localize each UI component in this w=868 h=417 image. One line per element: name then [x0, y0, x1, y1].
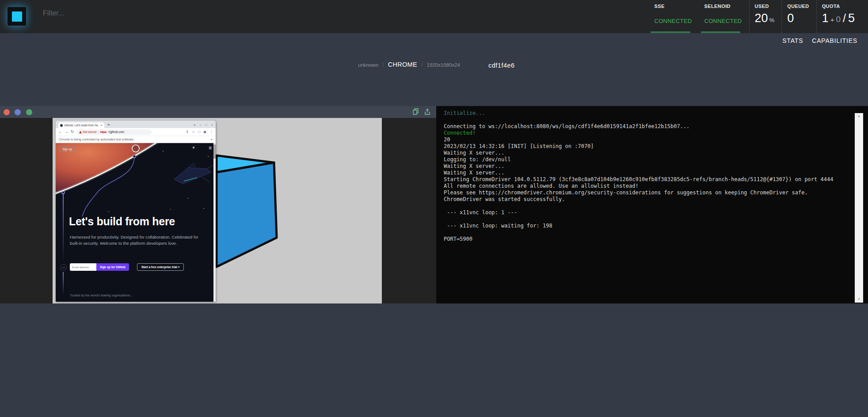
scroll-up-icon[interactable]: ▲	[857, 114, 861, 118]
copy-icon[interactable]	[413, 108, 419, 115]
hero-footer-note: Trusted by the world's leading organizat…	[70, 294, 133, 297]
browser-tabstrip: GitHub: Let's build from he... × + ∨ – □…	[56, 121, 216, 128]
tab-close-icon[interactable]: ×	[100, 124, 103, 127]
session-separator: /	[421, 61, 423, 68]
session-id[interactable]: cdf1f4e6	[488, 62, 515, 69]
log-line	[444, 117, 833, 123]
share-icon[interactable]: ↥	[186, 130, 189, 134]
warning-icon	[79, 131, 82, 133]
remote-browser-window[interactable]: GitHub: Let's build from he... × + ∨ – □…	[56, 121, 216, 302]
automation-infobar: Chrome is being controlled by automated …	[56, 136, 216, 143]
stat-queued: QUEUED 0	[781, 0, 816, 33]
hamburger-menu-icon[interactable]: ≡	[209, 145, 212, 151]
stat-used-label: USED	[755, 4, 775, 9]
url-divider: |	[98, 130, 99, 133]
new-tab-button[interactable]: +	[107, 123, 110, 127]
log-scrollbar[interactable]: ▲ ▼	[855, 113, 863, 303]
stat-selenoid-label: SELENOID	[704, 4, 742, 9]
tab-stats[interactable]: STATS	[782, 37, 803, 44]
automation-notice: Chrome is being controlled by automated …	[59, 138, 134, 141]
kebab-menu-icon[interactable]: ⋮	[209, 130, 213, 134]
profile-icon[interactable]: ◉	[203, 130, 206, 134]
signup-cta-button[interactable]: Sign up for GitHub	[96, 263, 129, 271]
log-lines: Initialize... Connecting to ws://localho…	[444, 110, 833, 243]
stat-quota-slash: /	[843, 12, 846, 25]
app-logo[interactable]	[7, 7, 27, 26]
log-line: --- x11vnc loop: waiting for: 198	[444, 223, 833, 229]
hero-heading: Let's build from here	[69, 215, 175, 228]
forward-icon[interactable]: →	[65, 130, 69, 134]
browser-toolbar: ← → ↻ Not secure | https ://github.com ↥…	[56, 128, 216, 136]
stat-quota-pending: 0	[836, 15, 841, 24]
github-hero: Sign up ≡ <> Let's build from here Harne…	[56, 143, 216, 302]
infobar-close-icon[interactable]: ×	[210, 137, 213, 141]
browser-scrollbar[interactable]	[213, 143, 216, 302]
window-menu-icon[interactable]: ∨	[194, 123, 196, 126]
reload-icon[interactable]: ↻	[71, 130, 74, 134]
window-maximize-icon[interactable]: □	[206, 123, 207, 126]
session-browser: CHROME	[388, 61, 417, 68]
nav-tabs: STATS CAPABILITIES	[782, 37, 857, 44]
app-logo-square	[12, 11, 22, 22]
spaceship-art	[174, 163, 213, 184]
url-text: ://github.com	[108, 130, 124, 133]
code-icon: <>	[60, 264, 67, 271]
stat-quota-used: 1	[822, 11, 829, 25]
filter-input[interactable]	[42, 9, 185, 18]
top-bar: SSE CONNECTED SELENOID CONNECTED USED 20…	[0, 0, 868, 33]
tab-capabilities[interactable]: CAPABILITIES	[812, 37, 857, 44]
status-stats-row: SSE CONNECTED SELENOID CONNECTED USED 20…	[649, 0, 862, 33]
log-line: Logging to: /dev/null	[444, 156, 833, 163]
log-line: Starting ChromeDriver 104.0.5112.79 (3cf…	[444, 176, 833, 183]
window-close-button[interactable]	[4, 109, 10, 115]
url-scheme: https	[100, 130, 107, 133]
hero-description: Harnessed for productivity. Designed for…	[70, 234, 199, 246]
stat-sse-label: SSE	[654, 4, 692, 9]
bookmark-star-icon[interactable]: ☆	[192, 130, 195, 134]
log-line: Please see https://chromedriver.chromium…	[444, 190, 833, 196]
stat-used-unit: %	[769, 17, 775, 23]
stat-sse: SSE CONNECTED	[649, 0, 699, 33]
stat-queued-label: QUEUED	[787, 4, 809, 9]
stat-quota-label: QUOTA	[822, 4, 855, 9]
session-row[interactable]: unknown / CHROME / 1920x1080x24	[358, 61, 460, 68]
tab-favicon	[60, 124, 63, 127]
stat-selenoid: SELENOID CONNECTED	[699, 0, 749, 33]
trial-cta-button[interactable]: Start a free enterprise trial >	[137, 263, 184, 271]
stat-used: USED 20 %	[749, 0, 782, 33]
window-minimize-icon[interactable]: –	[200, 123, 202, 126]
log-line	[444, 203, 833, 209]
vnc-remote-screen[interactable]: GitHub: Let's build from he... × + ∨ – □…	[53, 118, 382, 303]
vnc-titlebar	[0, 106, 436, 118]
not-secure-label: Not secure	[83, 130, 97, 133]
log-line: Waiting X server...	[444, 170, 833, 176]
stat-sse-value: CONNECTED	[654, 18, 692, 24]
window-maximize-button[interactable]	[26, 109, 32, 115]
log-line	[444, 229, 833, 236]
hero-purple-line	[63, 272, 64, 295]
log-line: Initialize...	[444, 110, 833, 117]
signup-button[interactable]: Sign up	[59, 146, 75, 152]
url-bar[interactable]: Not secure | https ://github.com	[76, 129, 152, 135]
log-line: Connecting to ws://localhost:8080/ws/log…	[444, 123, 833, 130]
upload-icon[interactable]	[424, 108, 430, 115]
tab-preview-icon[interactable]: □	[198, 130, 200, 134]
stat-queued-value: 0	[787, 11, 794, 25]
session-resolution: 1920x1080x24	[427, 62, 460, 68]
stat-used-value: 20	[755, 11, 768, 25]
log-line: 20	[444, 136, 833, 143]
email-field[interactable]	[70, 263, 96, 271]
window-close-icon[interactable]: ×	[211, 123, 213, 126]
browser-scrollbar-thumb[interactable]	[213, 144, 216, 159]
stat-selenoid-value: CONNECTED	[704, 18, 742, 24]
log-line: PORT=5900	[444, 236, 833, 243]
log-line: 2023/02/13 14:32:16 [INIT] [Listening on…	[444, 143, 833, 150]
log-line	[444, 216, 833, 223]
back-icon[interactable]: ←	[58, 130, 62, 134]
scroll-down-icon[interactable]: ▼	[857, 298, 861, 301]
window-minimize-button[interactable]	[15, 109, 21, 115]
browser-tab[interactable]: GitHub: Let's build from he... ×	[58, 122, 104, 128]
log-line: All remote connections are allowed. Use …	[444, 183, 833, 190]
stat-selenoid-underline	[701, 31, 740, 33]
stat-quota: QUOTA 1 + 0 / 5	[816, 0, 862, 33]
